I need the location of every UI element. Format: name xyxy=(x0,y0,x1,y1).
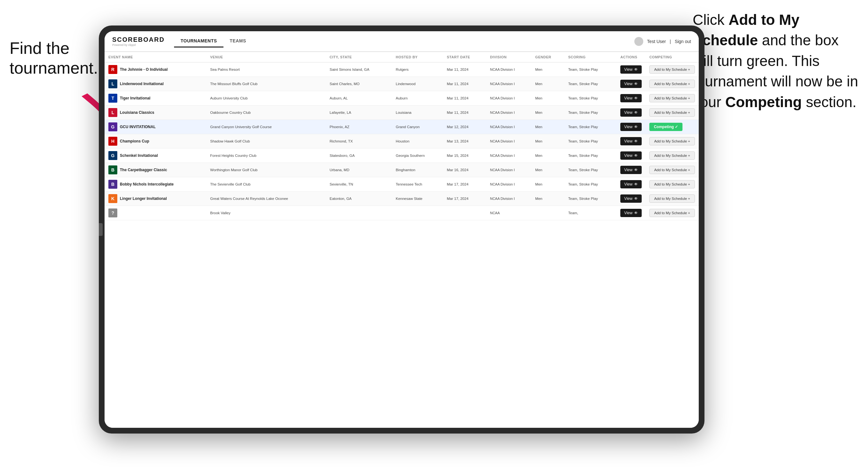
view-button[interactable]: View 👁 xyxy=(620,209,642,217)
city-state-text: Lafayette, LA xyxy=(330,111,351,115)
city-state-text: Sevierville, TN xyxy=(330,182,353,186)
view-button[interactable]: View 👁 xyxy=(620,137,642,145)
col-actions: ACTIONS xyxy=(617,52,646,62)
event-name-text: Tiger Invitational xyxy=(120,96,151,100)
col-scoring: SCORING xyxy=(564,52,617,62)
scoring-text: Team, Stroke Play xyxy=(568,197,598,200)
tab-tournaments[interactable]: TOURNAMENTS xyxy=(174,35,223,48)
team-logo: T xyxy=(108,94,117,103)
view-button[interactable]: View 👁 xyxy=(620,94,642,102)
col-venue: VENUE xyxy=(206,52,326,62)
city-state-text: Urbana, MD xyxy=(330,168,349,172)
eye-icon: 👁 xyxy=(634,196,638,201)
app-logo: SCOREBOARD xyxy=(112,36,164,43)
view-button[interactable]: View 👁 xyxy=(620,65,642,74)
event-name-cell: B The Carpetbagger Classic xyxy=(108,165,203,175)
col-city-state: CITY, STATE xyxy=(326,52,392,62)
add-to-schedule-button[interactable]: Add to My Schedule + xyxy=(649,194,695,203)
add-to-schedule-button[interactable]: Add to My Schedule + xyxy=(649,151,695,160)
view-button[interactable]: View 👁 xyxy=(620,180,642,188)
venue-text: The Sevierville Golf Club xyxy=(210,182,251,186)
tablet-frame: SCOREBOARD Powered by clippd TOURNAMENTS… xyxy=(99,26,705,434)
hosted-by-text: Houston xyxy=(396,139,410,143)
team-logo: G xyxy=(108,122,117,131)
event-name-cell: L Louisiana Classics xyxy=(108,108,203,117)
table-row: L Louisiana Classics Oakbourne Country C… xyxy=(104,105,699,120)
event-name-cell: L Lindenwood Invitational xyxy=(108,80,203,88)
view-button[interactable]: View 👁 xyxy=(620,123,642,131)
scoring-text: Team, Stroke Play xyxy=(568,82,598,86)
view-button[interactable]: View 👁 xyxy=(620,80,642,88)
city-state-text: Phoenix, AZ xyxy=(330,125,349,129)
sign-out-link[interactable]: Sign out xyxy=(675,39,691,44)
hosted-by-text: Lindenwood xyxy=(396,82,416,86)
hosted-by-text: Kennesaw State xyxy=(396,197,423,200)
table-row: H Champions Cup Shadow Hawk Golf Club Ri… xyxy=(104,134,699,149)
team-logo: L xyxy=(108,80,117,88)
col-gender: GENDER xyxy=(531,52,564,62)
side-toggle-button[interactable] xyxy=(99,223,103,236)
user-label: Test User xyxy=(647,39,666,44)
powered-by-label: Powered by clippd xyxy=(112,43,164,46)
event-name-text: Champions Cup xyxy=(120,139,149,144)
view-button[interactable]: View 👁 xyxy=(620,151,642,160)
event-name-text: Bobby Nichols Intercollegiate xyxy=(120,182,174,186)
add-to-schedule-button[interactable]: Add to My Schedule + xyxy=(649,137,695,145)
team-logo: G xyxy=(108,151,117,160)
table-row: R The Johnnie - O Individual Sea Palms R… xyxy=(104,62,699,77)
start-date-text: Mar 11, 2024 xyxy=(447,96,469,100)
event-name-cell: G GCU INVITATIONAL xyxy=(108,122,203,131)
division-text: NCAA Division I xyxy=(490,82,515,86)
gender-text: Men xyxy=(535,96,542,100)
add-to-schedule-button[interactable]: Add to My Schedule + xyxy=(649,209,695,217)
hosted-by-text: Auburn xyxy=(396,96,408,100)
hosted-by-text: Binghamton xyxy=(396,168,415,172)
table-row: G GCU INVITATIONAL Grand Canyon Universi… xyxy=(104,120,699,134)
competing-button[interactable]: Competing ✓ xyxy=(649,123,682,131)
start-date-text: Mar 16, 2024 xyxy=(447,168,469,172)
city-state-text: Saint Simons Island, GA xyxy=(330,68,369,71)
eye-icon: 👁 xyxy=(634,153,638,158)
event-name-cell: T Tiger Invitational xyxy=(108,94,203,103)
add-to-schedule-button[interactable]: Add to My Schedule + xyxy=(649,180,695,188)
table-row: G Schenkel Invitational Forest Heights C… xyxy=(104,149,699,163)
table-container: EVENT NAME VENUE CITY, STATE HOSTED BY S… xyxy=(104,52,699,428)
eye-icon: 👁 xyxy=(634,168,638,172)
team-logo: K xyxy=(108,194,117,203)
tab-teams[interactable]: TEAMS xyxy=(223,35,253,48)
event-name-cell: H Champions Cup xyxy=(108,137,203,146)
table-row: B Bobby Nichols Intercollegiate The Sevi… xyxy=(104,177,699,192)
city-state-text: Auburn, AL xyxy=(330,96,348,100)
add-to-schedule-button[interactable]: Add to My Schedule + xyxy=(649,65,695,74)
gender-text: Men xyxy=(535,125,542,129)
add-to-schedule-button[interactable]: Add to My Schedule + xyxy=(649,80,695,88)
venue-text: Oakbourne Country Club xyxy=(210,111,251,115)
gender-text: Men xyxy=(535,68,542,71)
user-avatar xyxy=(634,37,643,46)
view-button[interactable]: View 👁 xyxy=(620,194,642,203)
division-text: NCAA Division I xyxy=(490,154,515,157)
team-logo: B xyxy=(108,180,117,189)
add-to-schedule-button[interactable]: Add to My Schedule + xyxy=(649,108,695,117)
city-state-text: Eatonton, GA xyxy=(330,197,351,200)
app-header: SCOREBOARD Powered by clippd TOURNAMENTS… xyxy=(104,31,699,52)
start-date-text: Mar 17, 2024 xyxy=(447,197,469,200)
col-division: DIVISION xyxy=(486,52,531,62)
eye-icon: 👁 xyxy=(634,96,638,100)
event-name-cell: K Linger Longer Invitational xyxy=(108,194,203,203)
division-text: NCAA Division I xyxy=(490,125,515,129)
gender-text: Men xyxy=(535,168,542,172)
view-button[interactable]: View 👁 xyxy=(620,166,642,174)
gender-text: Men xyxy=(535,154,542,157)
venue-text: Shadow Hawk Golf Club xyxy=(210,139,250,143)
col-event-name: EVENT NAME xyxy=(104,52,206,62)
team-logo: B xyxy=(108,165,117,175)
add-to-schedule-button[interactable]: Add to My Schedule + xyxy=(649,94,695,102)
gender-text: Men xyxy=(535,182,542,186)
table-row: T Tiger Invitational Auburn University C… xyxy=(104,91,699,105)
eye-icon: 👁 xyxy=(634,67,638,72)
city-state-text: Richmond, TX xyxy=(330,139,353,143)
division-text: NCAA Division I xyxy=(490,96,515,100)
view-button[interactable]: View 👁 xyxy=(620,108,642,117)
add-to-schedule-button[interactable]: Add to My Schedule + xyxy=(649,166,695,174)
